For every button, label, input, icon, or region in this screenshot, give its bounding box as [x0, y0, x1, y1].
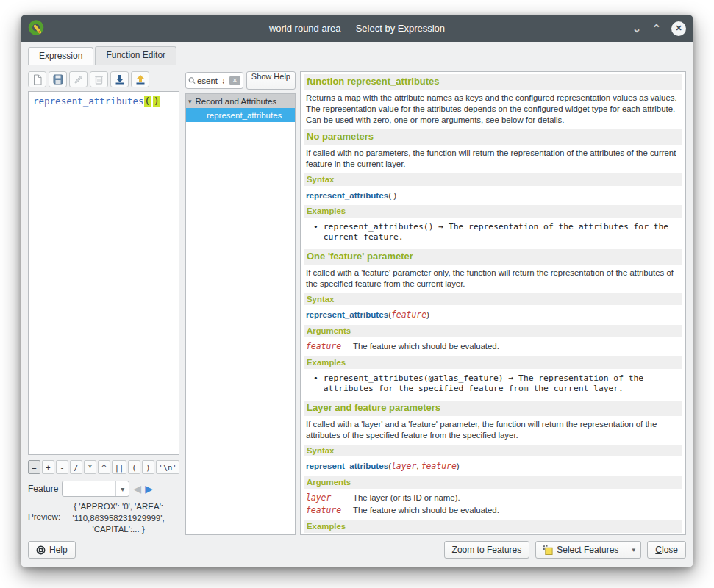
dialog-content: represent_attributes() = + - / * ^ || ( …: [21, 65, 693, 539]
tree-expand-icon: ▾: [188, 98, 192, 105]
syntax-function-name: represent_attributes: [306, 309, 388, 319]
import-expressions-button[interactable]: [110, 71, 129, 87]
panel-splitter[interactable]: [179, 71, 185, 535]
search-row: esent_a ✕ Show Help: [185, 71, 296, 90]
clear-search-icon: ✕: [232, 77, 238, 84]
help-icon: [36, 545, 46, 555]
help-button-label: Help: [49, 545, 68, 555]
preview-value: { 'APPROX': '0', 'AREA': '110,8639582319…: [65, 501, 172, 535]
save-expression-button[interactable]: [49, 71, 67, 87]
operator-close-paren-button[interactable]: ): [142, 460, 154, 474]
dialog-footer: Help Zoom to Features Select Features ▾ …: [21, 539, 693, 567]
syntax-function-name: represent_attributes: [306, 461, 388, 470]
arrow-icon: →: [508, 373, 513, 383]
show-help-button[interactable]: Show Help: [246, 71, 296, 90]
select-features-split-button: Select Features ▾: [535, 541, 641, 559]
operator-multiply-button[interactable]: *: [84, 460, 96, 474]
operator-minus-button[interactable]: -: [56, 460, 68, 474]
chevron-down-icon[interactable]: ⌄: [632, 23, 642, 34]
syntax-function-name: represent_attributes: [306, 190, 388, 200]
qgis-logo: [28, 20, 45, 37]
edit-expression-button[interactable]: [69, 71, 88, 87]
syntax-arg-feature: feature: [421, 461, 457, 471]
text-cursor: [226, 76, 226, 85]
expression-editor[interactable]: represent_attributes(): [28, 91, 179, 455]
search-input-value: esent_a: [197, 76, 224, 85]
syntax-heading: Syntax: [304, 173, 682, 186]
argument-name: feature: [306, 341, 353, 352]
upload-arrow-icon: [135, 74, 146, 85]
arrow-icon: →: [438, 222, 443, 232]
select-by-expression-dialog: world round area — Select by Expression …: [21, 15, 693, 567]
operator-buttons: = + - / * ^ || ( ) '\n': [28, 460, 179, 474]
expression-panel: represent_attributes() = + - / * ^ || ( …: [28, 71, 179, 535]
syntax-code: represent_attributes(feature): [304, 308, 682, 321]
syntax-parens: ( ): [388, 190, 396, 200]
examples-heading: Examples: [304, 205, 682, 218]
bullet: •: [313, 222, 318, 243]
previous-feature-button[interactable]: ◀: [133, 483, 141, 495]
argument-desc: The layer (or its ID or name).: [353, 492, 680, 503]
preview-row: Preview: { 'APPROX': '0', 'AREA': '110,8…: [28, 501, 179, 535]
select-features-icon: [543, 545, 553, 555]
new-file-icon: [32, 74, 43, 85]
search-icon: [188, 76, 196, 85]
argument-name: layer: [306, 492, 353, 503]
select-features-dropdown[interactable]: ▾: [626, 541, 641, 559]
help-title: function represent_attributes: [304, 74, 682, 90]
section-layer-feature-body: If called with a 'layer' and a 'feature'…: [304, 419, 682, 441]
operator-divide-button[interactable]: /: [70, 460, 82, 474]
next-feature-button[interactable]: ▶: [145, 483, 153, 495]
help-intro: Returns a map with the attribute names a…: [304, 93, 682, 125]
pencil-icon: [74, 74, 84, 85]
tree-item-label: represent_attributes: [207, 111, 282, 120]
titlebar[interactable]: world round area — Select by Expression …: [21, 15, 693, 42]
help-button[interactable]: Help: [28, 541, 76, 559]
clear-search-button[interactable]: ✕: [229, 76, 240, 85]
download-arrow-icon: [115, 74, 125, 85]
export-expressions-button[interactable]: [131, 71, 149, 87]
search-input[interactable]: esent_a ✕: [185, 72, 243, 89]
tree-group-label: Record and Attributes: [196, 97, 277, 106]
tree-group-record-and-attributes[interactable]: ▾ Record and Attributes: [186, 94, 295, 108]
trash-icon: [94, 74, 104, 85]
function-help-panel[interactable]: function represent_attributes Returns a …: [300, 71, 686, 535]
expression-toolbar: [28, 71, 179, 87]
expression-paren-open: (: [144, 96, 151, 107]
function-tree: ▾ Record and Attributes represent_attrib…: [185, 93, 296, 535]
tab-function-editor[interactable]: Function Editor: [95, 46, 176, 65]
section-no-parameters-heading: No parameters: [304, 129, 682, 145]
function-list-panel: esent_a ✕ Show Help ▾ Record and Attribu…: [185, 71, 296, 535]
arguments-table: feature The feature which should be eval…: [304, 340, 682, 353]
syntax-paren-close: ): [426, 309, 429, 319]
window-title: world round area — Select by Expression: [21, 23, 693, 34]
tree-item-represent-attributes[interactable]: represent_attributes: [186, 108, 295, 122]
close-window-button[interactable]: ✕: [671, 21, 686, 36]
section-one-feature-body: If called with a 'feature' parameter onl…: [304, 268, 682, 290]
arguments-table: layer The layer (or its ID or name). fea…: [304, 492, 682, 517]
operator-open-paren-button[interactable]: (: [128, 460, 140, 474]
section-no-parameters-body: If called with no parameters, the functi…: [304, 148, 682, 170]
operator-concat-button[interactable]: ||: [112, 460, 126, 474]
expression-paren-close: ): [153, 96, 160, 107]
tab-expression[interactable]: Expression: [28, 47, 93, 65]
new-expression-button[interactable]: [28, 71, 46, 87]
delete-expression-button[interactable]: [90, 71, 108, 87]
feature-label: Feature: [28, 484, 58, 494]
combo-arrow-icon: ▾: [115, 481, 129, 496]
chevron-up-icon[interactable]: ⌃: [651, 23, 661, 34]
examples-heading: Examples: [304, 520, 682, 533]
select-features-button[interactable]: Select Features: [535, 541, 626, 559]
operator-newline-button[interactable]: '\n': [156, 460, 179, 474]
syntax-arg-feature: feature: [391, 309, 426, 320]
feature-combobox[interactable]: ▾: [62, 481, 129, 497]
close-button[interactable]: Close: [647, 541, 686, 559]
zoom-to-features-button[interactable]: Zoom to Features: [444, 541, 530, 559]
tab-bar: Expression Function Editor: [21, 42, 693, 65]
operator-power-button[interactable]: ^: [98, 460, 110, 474]
operator-equals-button[interactable]: =: [28, 460, 40, 474]
operator-plus-button[interactable]: +: [42, 460, 54, 474]
example-code: represent_attributes(): [324, 222, 434, 232]
section-one-feature-heading: One 'feature' parameter: [304, 249, 682, 265]
syntax-heading: Syntax: [304, 445, 682, 457]
